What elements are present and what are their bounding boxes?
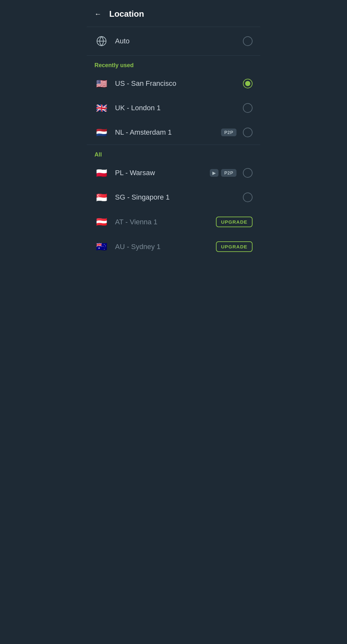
us-sf-radio[interactable] xyxy=(243,79,253,88)
nl-amsterdam-radio[interactable] xyxy=(243,128,253,137)
nl-amsterdam-label: NL - Amsterdam 1 xyxy=(115,128,221,137)
pl-warsaw-radio[interactable] xyxy=(243,168,253,178)
au-sydney-upgrade-button[interactable]: UPGRADE xyxy=(216,241,253,252)
globe-icon xyxy=(94,34,109,48)
list-item-au-sydney[interactable]: 🇦🇺 AU - Sydney 1 UPGRADE xyxy=(87,234,260,259)
uk-london-radio[interactable] xyxy=(243,103,253,113)
list-item-sg-singapore[interactable]: 🇸🇬 SG - Singapore 1 xyxy=(87,185,260,210)
uk-london-label: UK - London 1 xyxy=(115,104,243,112)
list-item-us-sf[interactable]: 🇺🇸 US - San Francisco xyxy=(87,71,260,96)
flag-pl-icon: 🇵🇱 xyxy=(94,168,109,178)
au-sydney-label: AU - Sydney 1 xyxy=(115,243,216,251)
p2p-badge-warsaw: P2P xyxy=(221,169,236,177)
all-section-label: All xyxy=(87,145,260,161)
flag-nl-icon: 🇳🇱 xyxy=(94,127,109,138)
page-title: Location xyxy=(109,9,144,19)
flag-sg-icon: 🇸🇬 xyxy=(94,192,109,202)
flag-at-icon: 🇦🇹 xyxy=(94,217,109,227)
flag-au-icon: 🇦🇺 xyxy=(94,242,109,252)
auto-radio[interactable] xyxy=(243,36,253,46)
back-button[interactable]: ← xyxy=(94,10,102,18)
recently-used-section-label: Recently used xyxy=(87,56,260,71)
auto-label: Auto xyxy=(115,37,243,45)
auto-location-item[interactable]: Auto xyxy=(87,27,260,55)
flag-us-icon: 🇺🇸 xyxy=(94,78,109,89)
list-item-nl-amsterdam[interactable]: 🇳🇱 NL - Amsterdam 1 P2P xyxy=(87,120,260,145)
header: ← Location xyxy=(87,0,260,27)
at-vienna-upgrade-button[interactable]: UPGRADE xyxy=(216,217,253,227)
list-item-at-vienna[interactable]: 🇦🇹 AT - Vienna 1 UPGRADE xyxy=(87,210,260,234)
flag-uk-icon: 🇬🇧 xyxy=(94,103,109,113)
sg-singapore-radio[interactable] xyxy=(243,192,253,202)
p2p-badge: P2P xyxy=(221,129,236,136)
at-vienna-label: AT - Vienna 1 xyxy=(115,218,216,226)
list-item-uk-london[interactable]: 🇬🇧 UK - London 1 xyxy=(87,96,260,120)
sg-singapore-label: SG - Singapore 1 xyxy=(115,193,243,201)
us-sf-label: US - San Francisco xyxy=(115,79,243,88)
pl-warsaw-label: PL - Warsaw xyxy=(115,169,210,177)
pl-warsaw-badges: ▶ P2P xyxy=(210,169,240,177)
nl-amsterdam-badges: P2P xyxy=(221,129,240,136)
list-item-pl-warsaw[interactable]: 🇵🇱 PL - Warsaw ▶ P2P xyxy=(87,161,260,185)
play-badge: ▶ xyxy=(210,169,218,177)
